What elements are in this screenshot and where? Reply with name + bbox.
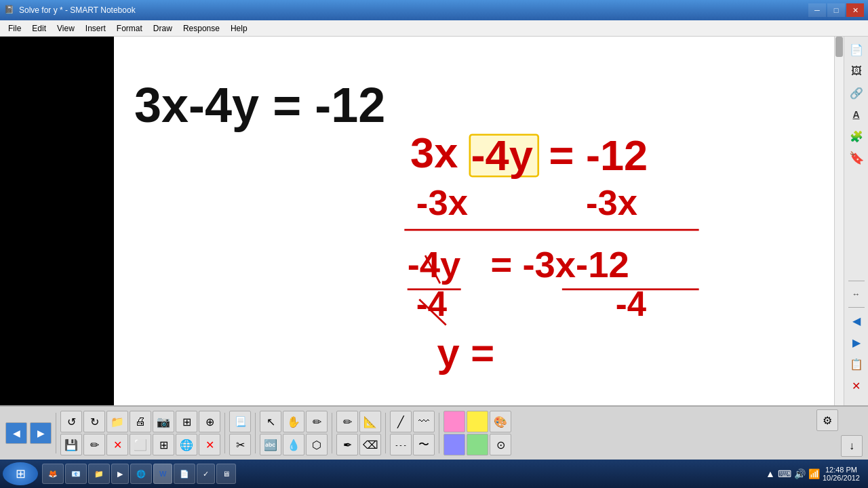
- svg-text:= -12: = -12: [549, 131, 648, 179]
- redo-btn[interactable]: ↻: [83, 411, 105, 432]
- print-btn[interactable]: 🖨: [130, 411, 151, 432]
- rt-link-btn[interactable]: 🔗: [846, 83, 867, 103]
- clock-date: 10/26/2012: [823, 474, 860, 482]
- close-button[interactable]: ✕: [846, 3, 864, 17]
- nav-back-btn[interactable]: ◀: [5, 422, 27, 444]
- eraser-btn[interactable]: ⌫: [359, 434, 381, 455]
- color-row1: 🎨: [443, 411, 511, 432]
- open-btn[interactable]: 📁: [106, 411, 128, 432]
- taskbar-outlook[interactable]: 📧: [65, 464, 87, 484]
- svg-text:-4y: -4y: [408, 244, 461, 285]
- rt-text-btn[interactable]: A: [846, 104, 867, 125]
- separator-2: [224, 413, 225, 453]
- color-palette-btn[interactable]: 🎨: [490, 411, 511, 432]
- save-btn[interactable]: 💾: [60, 434, 82, 455]
- manage-icon: 🖥: [222, 470, 230, 478]
- taskbar-word[interactable]: W: [153, 464, 172, 484]
- right-toolbar: 📄 🖼 🔗 A 🧩 🔖 ↔ ◀ ▶ 📋 ✕: [844, 37, 868, 405]
- page-new-btn[interactable]: 📃: [229, 411, 251, 432]
- window-sm-btn[interactable]: ⬜: [130, 434, 151, 455]
- scissors-btn[interactable]: ✂: [229, 434, 251, 455]
- erase-tool-btn[interactable]: ⊙: [490, 434, 511, 455]
- svg-text:= -3x-12: = -3x-12: [491, 244, 629, 285]
- rt-forward-btn[interactable]: ▶: [846, 332, 867, 352]
- taskbar-media[interactable]: ▶: [111, 464, 129, 484]
- rt-puzzle-btn[interactable]: 🧩: [846, 126, 867, 146]
- media-icon: ▶: [117, 470, 123, 479]
- grid-btn[interactable]: ⊞: [176, 411, 197, 432]
- nav-forward-btn[interactable]: ▶: [30, 422, 52, 444]
- line-curve-btn[interactable]: 〰: [413, 411, 435, 432]
- color-tools-group: 🎨 ⊙: [443, 411, 511, 455]
- volume-icon[interactable]: 🔊: [794, 468, 806, 479]
- close-sm-btn[interactable]: ✕: [106, 434, 128, 455]
- taskbar-manage[interactable]: 🖥: [216, 464, 236, 484]
- minimize-button[interactable]: ─: [808, 3, 826, 17]
- rt-pageadd-btn[interactable]: 📋: [846, 354, 867, 374]
- ruler-btn[interactable]: 📐: [359, 411, 381, 432]
- undo-btn[interactable]: ↺: [60, 411, 82, 432]
- menu-draw[interactable]: Draw: [148, 22, 178, 35]
- svg-text:y =: y =: [437, 330, 495, 375]
- rt-expand-btn[interactable]: ↔: [846, 284, 867, 304]
- hand-btn[interactable]: ✋: [283, 411, 304, 432]
- network-icon[interactable]: 📶: [808, 468, 820, 479]
- text-tool-btn[interactable]: 🔤: [260, 434, 281, 455]
- rt-delete-btn[interactable]: ✕: [846, 375, 867, 396]
- scroll-thumb[interactable]: [835, 37, 843, 57]
- x-sm-btn[interactable]: ✕: [199, 434, 220, 455]
- marker-btn[interactable]: ✒: [336, 434, 358, 455]
- tray-expand-icon[interactable]: ▲: [766, 468, 775, 479]
- pen-btn[interactable]: ✏: [336, 411, 358, 432]
- fill-btn[interactable]: 💧: [283, 434, 304, 455]
- notebook-canvas[interactable]: 3x-4y = -12 3x -4y = -12 -3x -3x -4y = -…: [114, 37, 844, 405]
- line-dash-btn[interactable]: - - -: [390, 434, 412, 455]
- select-arrow-btn[interactable]: ↖: [260, 411, 281, 432]
- menu-insert[interactable]: Insert: [80, 22, 111, 35]
- camera-btn[interactable]: 📷: [153, 411, 174, 432]
- taskbar-pdf[interactable]: 📄: [174, 464, 195, 484]
- main-layout: 3x-4y = -12 3x -4y = -12 -3x -3x -4y = -…: [0, 37, 868, 405]
- highlight-blue-btn[interactable]: [443, 434, 465, 455]
- separator-5: [385, 413, 386, 453]
- svg-text:3x: 3x: [410, 129, 458, 176]
- taskbar-firefox[interactable]: 🦊: [42, 464, 64, 484]
- highlight-pink-btn[interactable]: [443, 411, 465, 432]
- taskbar-ie[interactable]: 🌐: [130, 464, 152, 484]
- rt-back-btn[interactable]: ◀: [846, 310, 867, 331]
- task-icon: ✓: [203, 470, 209, 479]
- menu-help[interactable]: Help: [225, 22, 253, 35]
- menu-format[interactable]: Format: [111, 22, 148, 35]
- window-controls: ─ □ ✕: [808, 3, 864, 17]
- plus-btn[interactable]: ⊕: [199, 411, 220, 432]
- handwritten-math-svg: 3x -4y = -12 -3x -3x -4y = -3x-12 -4: [114, 37, 844, 405]
- line-straight-btn[interactable]: ╱: [390, 411, 412, 432]
- rt-page-btn[interactable]: 📄: [846, 39, 867, 60]
- web-sm-btn[interactable]: 🌐: [176, 434, 197, 455]
- keyboard-icon[interactable]: ⌨: [778, 468, 791, 479]
- highlight-green-btn[interactable]: [467, 434, 488, 455]
- pen-select-btn[interactable]: ✏: [306, 411, 328, 432]
- grid-sm-btn[interactable]: ⊞: [153, 434, 174, 455]
- svg-text:-4: -4: [616, 285, 647, 323]
- taskbar-explorer[interactable]: 📁: [88, 464, 110, 484]
- settings-btn[interactable]: ⚙: [816, 409, 838, 431]
- highlight-yellow-btn[interactable]: [467, 411, 488, 432]
- menu-file[interactable]: File: [3, 22, 26, 35]
- maximize-button[interactable]: □: [827, 3, 845, 17]
- notebook-scrollbar[interactable]: [834, 37, 844, 405]
- pencil-sm-btn[interactable]: ✏: [83, 434, 105, 455]
- scroll-down-btn[interactable]: ↓: [841, 435, 863, 457]
- clock-display[interactable]: 12:48 PM 10/26/2012: [823, 466, 860, 482]
- system-tray: ▲ ⌨ 🔊 📶 12:48 PM 10/26/2012: [760, 466, 865, 482]
- menu-response[interactable]: Response: [178, 22, 225, 35]
- start-button[interactable]: ⊞: [3, 462, 38, 485]
- separator-4: [332, 413, 332, 453]
- taskbar-task[interactable]: ✓: [197, 464, 215, 484]
- menu-edit[interactable]: Edit: [26, 22, 52, 35]
- shape-btn[interactable]: ⬡: [306, 434, 328, 455]
- menu-view[interactable]: View: [52, 22, 80, 35]
- rt-bookmark-btn[interactable]: 🔖: [846, 148, 867, 168]
- line-wave-btn[interactable]: 〜: [413, 434, 435, 455]
- rt-image-btn[interactable]: 🖼: [846, 61, 867, 81]
